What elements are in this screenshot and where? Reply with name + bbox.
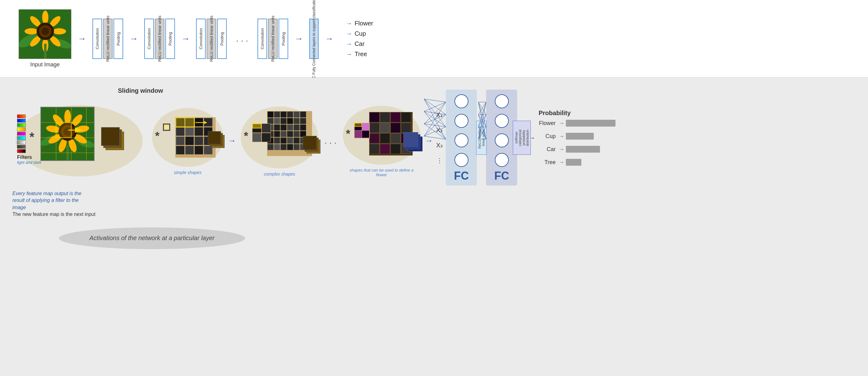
svg-rect-14 bbox=[44, 44, 46, 59]
output-arrow-tree: → bbox=[346, 51, 352, 58]
asterisk-1: * bbox=[29, 130, 34, 144]
conv-layer-3: Convolution bbox=[196, 19, 206, 59]
svg-rect-45 bbox=[185, 127, 194, 136]
svg-rect-62 bbox=[252, 133, 261, 142]
prob-row-cup: Cup → bbox=[538, 133, 616, 139]
prob-label-car: Car bbox=[538, 146, 556, 153]
nn-circle-4 bbox=[455, 153, 468, 167]
svg-rect-63 bbox=[262, 133, 271, 142]
svg-rect-111 bbox=[391, 112, 401, 122]
next-input-description: The new feature map is the next input bbox=[12, 211, 96, 218]
prob-arrow-cup: → bbox=[559, 133, 564, 139]
input-image-container: Input Image bbox=[19, 9, 71, 68]
svg-rect-105 bbox=[354, 131, 362, 138]
filters-sublabel: light and dark bbox=[17, 160, 41, 165]
svg-rect-50 bbox=[194, 136, 203, 145]
svg-rect-96 bbox=[268, 144, 274, 150]
svg-rect-79 bbox=[274, 124, 280, 131]
cnn-block-2: Convolution ReLU rectified linear units … bbox=[144, 19, 175, 59]
svg-rect-117 bbox=[370, 133, 379, 143]
cnn-block-4: Convolution ReLU rectified linear units … bbox=[257, 19, 288, 59]
svg-rect-87 bbox=[287, 131, 293, 137]
chain-dots: . . . bbox=[324, 136, 337, 146]
arrow-2: → bbox=[129, 34, 138, 44]
svg-line-140 bbox=[424, 136, 446, 139]
output-car: → Car bbox=[346, 40, 373, 48]
output-flower: → Flower bbox=[346, 20, 373, 27]
prob-row-car: Car → bbox=[538, 146, 616, 153]
output-tree: → Tree bbox=[346, 51, 373, 58]
feature-map-1-group: * bbox=[151, 106, 225, 175]
svg-rect-77 bbox=[300, 118, 306, 124]
svg-rect-106 bbox=[362, 131, 369, 138]
svg-point-5 bbox=[53, 28, 66, 34]
svg-rect-122 bbox=[380, 144, 390, 154]
sliding-window-label: Sliding window bbox=[118, 87, 163, 94]
arrow-5: → bbox=[325, 34, 334, 44]
svg-line-129 bbox=[424, 102, 446, 112]
svg-rect-88 bbox=[293, 131, 300, 137]
svg-rect-56 bbox=[176, 118, 194, 127]
svg-rect-119 bbox=[391, 133, 401, 143]
svg-rect-81 bbox=[287, 124, 293, 131]
asterisk-2: * bbox=[155, 130, 159, 143]
nn-circle-2 bbox=[455, 114, 468, 128]
prob-label-tree: Tree bbox=[538, 159, 556, 166]
svg-rect-69 bbox=[287, 112, 293, 118]
svg-rect-72 bbox=[268, 118, 274, 124]
svg-rect-118 bbox=[380, 133, 390, 143]
chain-arrow-1: → bbox=[228, 136, 236, 146]
probability-bars: Flower → Cup → bbox=[538, 120, 616, 166]
fc-label-1: FC bbox=[454, 169, 469, 182]
cnn-block-3: Convolution ReLU rectified linear units … bbox=[196, 19, 227, 59]
svg-rect-100 bbox=[293, 144, 300, 150]
complex-shapes-label: complex shapes bbox=[264, 171, 295, 177]
prob-bar-flower bbox=[566, 120, 616, 127]
prob-bar-tree bbox=[566, 159, 581, 166]
svg-rect-109 bbox=[370, 112, 379, 122]
svg-rect-71 bbox=[300, 112, 306, 118]
input-image-label: Input Image bbox=[30, 61, 60, 68]
svg-rect-66 bbox=[268, 112, 274, 118]
svg-rect-112 bbox=[401, 112, 411, 122]
arrow-4: → bbox=[294, 34, 303, 44]
bottom-section: Sliding window bbox=[0, 78, 868, 376]
stacked-maps-1 bbox=[101, 127, 124, 150]
prob-row-tree: Tree → bbox=[538, 159, 616, 166]
pool-layer-4: Pooling bbox=[279, 19, 288, 59]
nn-circle-6 bbox=[495, 114, 509, 128]
svg-line-137 bbox=[424, 102, 446, 136]
svg-point-3 bbox=[42, 10, 49, 24]
output-labels: → Flower → Cup → Car → Tree bbox=[346, 20, 373, 58]
svg-rect-46 bbox=[194, 127, 203, 136]
svg-rect-98 bbox=[280, 144, 287, 150]
svg-rect-113 bbox=[370, 123, 379, 133]
svg-rect-53 bbox=[185, 146, 194, 155]
svg-line-125 bbox=[424, 99, 446, 102]
svg-rect-75 bbox=[287, 118, 293, 124]
prob-bar-car bbox=[566, 146, 600, 153]
prob-arrow-tree: → bbox=[559, 159, 564, 166]
svg-point-13 bbox=[41, 28, 49, 35]
output-arrow-cup: → bbox=[346, 30, 352, 37]
fc-block-top: FC Fully Connected layers to support cla… bbox=[309, 19, 319, 59]
svg-rect-85 bbox=[274, 131, 280, 137]
svg-rect-92 bbox=[280, 137, 287, 144]
svg-rect-68 bbox=[280, 112, 287, 118]
prob-label-cup: Cup bbox=[538, 133, 556, 139]
relu-layer-2: ReLU rectified linear units bbox=[155, 19, 164, 59]
svg-rect-61 bbox=[262, 124, 271, 132]
prob-row-flower: Flower → bbox=[538, 120, 616, 127]
svg-rect-116 bbox=[401, 123, 411, 133]
feature-map-description: Every feature map output is the result o… bbox=[12, 190, 93, 211]
svg-rect-115 bbox=[391, 123, 401, 133]
asterisk-3: * bbox=[244, 130, 248, 143]
svg-line-139 bbox=[424, 127, 446, 136]
output-arrow-flower: → bbox=[346, 20, 352, 27]
dots-top: . . . bbox=[233, 34, 251, 44]
simple-shapes-label: simple shapes bbox=[174, 170, 202, 175]
svg-rect-114 bbox=[380, 123, 390, 133]
feature-map-3-group: * bbox=[341, 104, 422, 177]
svg-rect-54 bbox=[194, 146, 203, 155]
output-cup: → Cup bbox=[346, 30, 373, 37]
